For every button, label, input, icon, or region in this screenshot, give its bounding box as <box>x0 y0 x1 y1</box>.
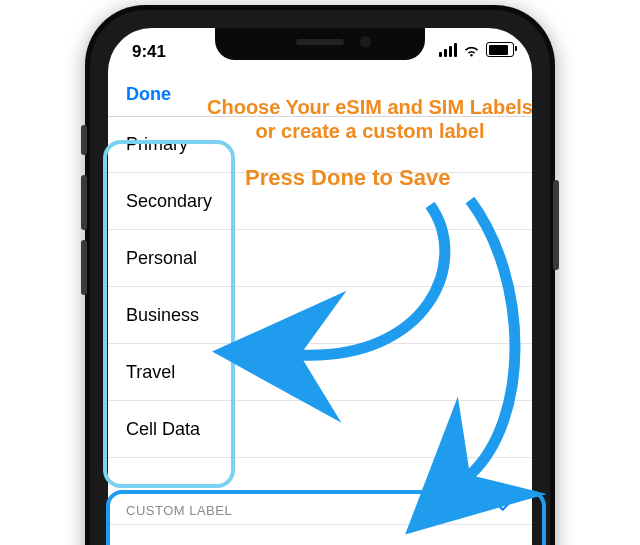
list-item-label: Cell Data <box>126 419 200 440</box>
screen: 9:41 Done Primary Secondary Perso <box>108 28 532 545</box>
nav-bar: Done <box>108 72 532 117</box>
custom-label-header: CUSTOM LABEL <box>108 484 532 525</box>
notch <box>215 28 425 60</box>
custom-label-row[interactable] <box>108 525 532 545</box>
cellular-signal-icon <box>439 43 457 57</box>
list-item-label: Travel <box>126 362 175 383</box>
done-button[interactable]: Done <box>108 84 171 105</box>
power-button <box>553 180 559 270</box>
volume-down-button <box>81 240 87 295</box>
mute-switch <box>81 125 87 155</box>
phone-frame: 9:41 Done Primary Secondary Perso <box>85 5 555 545</box>
list-item[interactable]: Travel <box>108 344 532 401</box>
list-item-label: Primary <box>126 134 188 155</box>
label-list: Primary Secondary Personal Business Trav… <box>108 116 532 545</box>
list-item-label: Personal <box>126 248 197 269</box>
list-item[interactable]: Secondary <box>108 173 532 230</box>
list-item-label: Business <box>126 305 199 326</box>
custom-label-input[interactable] <box>126 542 532 546</box>
list-item[interactable]: Personal <box>108 230 532 287</box>
list-item-label: Secondary <box>126 191 212 212</box>
list-item[interactable]: Primary <box>108 116 532 173</box>
volume-up-button <box>81 175 87 230</box>
status-time: 9:41 <box>132 42 166 62</box>
battery-icon <box>486 42 514 57</box>
list-item[interactable]: Cell Data <box>108 401 532 458</box>
list-item[interactable]: Business <box>108 287 532 344</box>
checkmark-icon <box>496 497 514 518</box>
custom-label-header-text: CUSTOM LABEL <box>126 503 232 518</box>
wifi-icon <box>463 43 480 56</box>
